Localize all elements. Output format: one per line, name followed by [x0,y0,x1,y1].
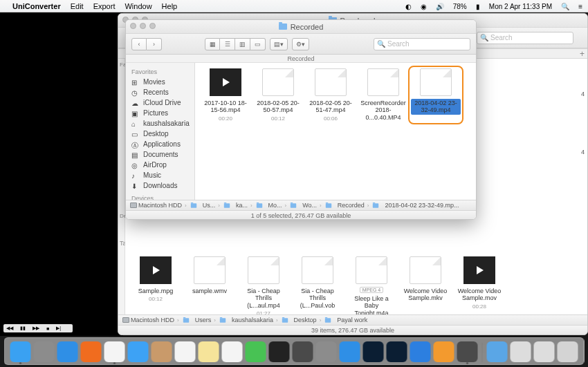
file-item[interactable]: MPEG 4Sleep Like a Baby Tonight.m4a05:02 [347,256,396,314]
dock-safari[interactable] [57,341,78,362]
file-item[interactable]: 2017-10-10 18-15-56.mp400:20 [201,68,250,122]
titlebar[interactable]: Recorded [126,20,476,34]
path-segment[interactable]: Mo... [255,202,282,209]
menubar-app-name[interactable]: UniConverter [12,2,61,10]
file-item[interactable]: Welcome Video Sample.mov00:28 [454,256,504,314]
dock-img[interactable] [511,341,531,362]
do-not-disturb-icon[interactable]: ◐ [405,3,412,10]
close-button[interactable] [130,23,136,29]
dock-trash[interactable] [558,341,578,362]
menu-window[interactable]: Window [125,2,151,10]
dock-calendar[interactable] [175,341,196,362]
path-segment[interactable]: Recorded [324,202,365,209]
path-segment[interactable]: kaushalsakaria [219,317,273,323]
clock[interactable]: Mon 2 Apr 11:33 PM [489,3,552,10]
file-item[interactable]: ScreenRecorder 2018-0...0.40.MP4 [358,68,408,122]
dock-lightroom[interactable] [387,341,407,362]
sidebar-item-icloud-drive[interactable]: ☁iCloud Drive [126,97,194,108]
stop-button[interactable]: ■ [46,326,49,331]
path-segment[interactable]: Macintosh HDD [130,202,182,209]
pause-button[interactable]: ▮▮ [20,326,26,331]
path-segment[interactable]: Users [182,317,212,323]
path-segment[interactable]: 2018-04-02 23-32-49.mp... [371,202,459,209]
zoom-button[interactable] [149,23,156,29]
file-item[interactable]: Sample.mpg00:12 [131,256,181,314]
minimize-button[interactable] [140,23,146,29]
dock-contacts[interactable] [151,341,172,362]
battery-percent[interactable]: 78% [453,3,467,10]
search-field[interactable]: 🔍Search [477,32,573,44]
dock-dropbox[interactable] [410,341,431,362]
file-item[interactable]: Sia - Cheap Thrills (L...Paul.vob [293,256,342,314]
path-segment[interactable]: Payal work [324,317,367,323]
dock-notes[interactable] [199,341,219,362]
file-item[interactable]: Sia - Cheap Thrills (L...aul.mp401:27 [239,256,288,314]
menu-edit[interactable]: Edit [71,2,84,10]
dock-launchpad[interactable] [34,341,55,362]
dock-chrome[interactable] [104,341,125,362]
next-button[interactable]: ▶▶ [33,326,39,331]
dock-preferences[interactable] [316,341,337,362]
dock-appstore[interactable] [340,341,360,362]
dock-vlc[interactable] [434,341,454,362]
dock-firefox[interactable] [81,341,102,362]
prev-button[interactable]: ◀◀ [6,326,13,331]
volume-icon[interactable]: 🔊 [436,3,444,10]
path-segment[interactable]: Us... [190,202,216,209]
sidebar-item-music[interactable]: ♪Music [126,170,194,180]
gallery-view-button[interactable]: ▭ [250,38,266,50]
search-icon: 🔍 [377,40,385,48]
file-item[interactable]: 2018-04-02 23-32-49.mp4 [411,68,461,122]
forward-button[interactable]: › [147,38,162,50]
file-item[interactable]: Welcome Video Sample.mkv [401,256,450,314]
file-thumbnail [315,68,347,96]
sidebar-item-desktop[interactable]: ▭Desktop [126,129,194,139]
dock-terminal[interactable] [269,341,290,362]
menu-export[interactable]: Export [93,2,116,10]
sidebar-item-documents[interactable]: ▤Documents [126,149,194,160]
sidebar-item-applications[interactable]: ⒶApplications [126,139,194,149]
sidebar-item-movies[interactable]: ⊞Movies [126,77,194,87]
file-grid[interactable]: 2017-10-10 18-15-56.mp400:202018-02-05 2… [195,63,476,200]
menubar: UniConverter Edit Export Window Help ◐ ◉… [0,0,588,12]
dock-photoshop[interactable] [363,341,384,362]
sidebar-item-pictures[interactable]: ▣Pictures [126,108,194,118]
column-view-button[interactable]: ▥ [235,38,250,50]
action-button[interactable]: ⚙▾ [292,38,309,50]
search-field[interactable]: 🔍Search [374,38,470,50]
file-thumbnail [248,256,279,284]
step-button[interactable]: ▶| [56,326,61,331]
list-view-button[interactable]: ☰ [220,38,235,50]
file-item[interactable]: 2018-02-05 20-51-47.mp400:06 [306,68,356,122]
menu-help[interactable]: Help [162,2,178,10]
dock-downloads-stack[interactable] [534,341,555,362]
dock-messages[interactable] [246,341,266,362]
sidebar-item-kaushalsakaria[interactable]: ⌂kaushalsakaria [126,118,194,129]
back-button[interactable]: ‹ [131,38,147,50]
new-tab-button[interactable]: + [580,49,585,59]
path-segment[interactable]: Macintosh HDD [122,317,174,323]
dock-reminders[interactable] [222,341,243,362]
file-item[interactable]: sample.wmv [185,256,235,314]
tab-header[interactable]: Recorded [126,55,476,63]
path-segment[interactable]: ka... [223,202,248,209]
spotlight-icon[interactable]: 🔍 [561,3,569,10]
sidebar-item-recents[interactable]: ◷Recents [126,87,194,97]
dock-mail[interactable] [128,341,149,362]
menu-extra-icon[interactable]: ≡ [578,3,582,10]
file-item[interactable]: 2018-02-05 20-50-57.mp400:12 [253,68,303,122]
sidebar-item-downloads[interactable]: ⬇Downloads [126,180,194,191]
battery-icon[interactable]: ▮ [476,3,480,10]
wifi-icon[interactable]: ◉ [421,3,427,10]
sidebar-header-devices: Devices [126,194,194,200]
path-segment[interactable]: Desktop [281,317,317,323]
arrange-button[interactable]: ▤▾ [270,38,288,50]
dock-uniconverter[interactable] [457,341,478,362]
file-name: Sia - Cheap Thrills (L...Paul.vob [293,287,342,310]
dock-quicktime[interactable] [293,341,313,362]
dock-finder[interactable] [10,341,31,362]
dock-preview-doc[interactable] [487,341,508,362]
sidebar-item-airdrop[interactable]: ◎AirDrop [126,160,194,170]
icon-view-button[interactable]: ▦ [205,38,220,50]
path-segment[interactable]: Wo... [289,202,317,209]
